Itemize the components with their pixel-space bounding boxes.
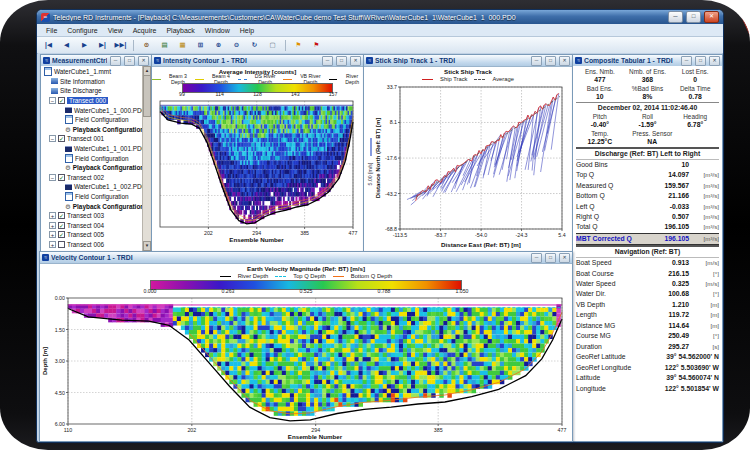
step-forward-button[interactable]: ▶| bbox=[94, 38, 111, 53]
ship-legend-items: Ship TrackAverage bbox=[364, 75, 572, 83]
tree-child-label[interactable]: Playback Configuration bbox=[73, 164, 143, 171]
title-bar[interactable]: ≈ Teledyne RD Instruments - [Playback] C… bbox=[37, 10, 723, 24]
panel-minimize-button[interactable]: ─ bbox=[531, 56, 542, 66]
tree-child-label[interactable]: Playback Configuration bbox=[73, 203, 143, 210]
tree-row[interactable]: Field Configuration bbox=[43, 115, 143, 125]
tree-row[interactable]: −✓Transect 002 bbox=[43, 173, 143, 183]
tile-windows-button[interactable]: ⊞ bbox=[192, 38, 209, 53]
tree-row[interactable]: −✓Transect 001 bbox=[43, 134, 143, 144]
scroll-down-icon[interactable]: ▼ bbox=[143, 241, 151, 251]
zoom-out-button[interactable]: ⊖ bbox=[228, 38, 245, 53]
panel-close-button[interactable]: ✕ bbox=[350, 56, 361, 66]
panel-minimize-button[interactable]: ─ bbox=[681, 56, 692, 66]
flag-red-button[interactable]: ⚑ bbox=[308, 38, 325, 53]
velocity-panel-titlebar[interactable]: ≈ Velocity Contour 1 - TRDI ─ □ ✕ bbox=[40, 252, 572, 264]
zoom-tool-button[interactable]: ⊙ bbox=[138, 38, 155, 53]
panel-close-button[interactable]: ✕ bbox=[559, 56, 570, 66]
menu-configure[interactable]: Configure bbox=[62, 27, 102, 34]
flag-orange-button[interactable]: ⚑ bbox=[290, 38, 307, 53]
menu-playback[interactable]: Playback bbox=[161, 27, 199, 34]
tree-row[interactable]: +✓Transect 004 bbox=[43, 221, 143, 231]
expand-icon[interactable]: + bbox=[49, 222, 56, 229]
tree-row[interactable]: WaterCube1_1.mmt bbox=[43, 67, 143, 77]
transect-label[interactable]: Transect 005 bbox=[67, 231, 104, 238]
panel-close-button[interactable]: ✕ bbox=[559, 253, 570, 263]
panel-maximize-button[interactable]: □ bbox=[695, 56, 706, 66]
tree-scrollbar[interactable]: ▲ ▼ bbox=[142, 66, 151, 251]
tree-row[interactable]: Field Configuration bbox=[43, 153, 143, 163]
transect-label[interactable]: Transect 003 bbox=[67, 212, 104, 219]
transect-checkbox[interactable]: ✓ bbox=[58, 135, 65, 142]
tree-item-label[interactable]: Site Discharge bbox=[60, 87, 102, 94]
tree-item-label[interactable]: Site Information bbox=[60, 78, 105, 85]
close-button[interactable]: ✕ bbox=[704, 11, 719, 23]
tree-row[interactable]: ⚙Playback Configuration bbox=[43, 163, 143, 173]
intensity-legend-items: Beam 3 DepthBeam 4 DepthDS River DepthVB… bbox=[152, 75, 363, 83]
tree-row[interactable]: +✓Transect 005 bbox=[43, 230, 143, 240]
page-button[interactable]: ▢ bbox=[264, 38, 281, 53]
ship-panel-titlebar[interactable]: ≈ Stick Ship Track 1 - TRDI ─ □ ✕ bbox=[364, 55, 572, 67]
panel-maximize-button[interactable]: □ bbox=[336, 56, 347, 66]
menu-help[interactable]: Help bbox=[235, 27, 259, 34]
tree-child-label[interactable]: WaterCube1_1_002.PD0 bbox=[74, 183, 143, 190]
tree-row[interactable]: ⚙Playback Configuration bbox=[43, 201, 143, 211]
panel-minimize-button[interactable]: ─ bbox=[531, 253, 542, 263]
transect-label[interactable]: Transect 002 bbox=[67, 174, 104, 181]
transect-label[interactable]: Transect 000 bbox=[67, 97, 108, 104]
transect-checkbox[interactable]: ✓ bbox=[58, 222, 65, 229]
menu-window[interactable]: Window bbox=[200, 27, 235, 34]
tree-child-label[interactable]: Field Configuration bbox=[75, 193, 129, 200]
tree-child-label[interactable]: WaterCube1_1_000.PD0 bbox=[74, 107, 143, 114]
tree-child-label[interactable]: WaterCube1_1_001.PD0 bbox=[74, 145, 143, 152]
panel-close-button[interactable]: ✕ bbox=[138, 56, 149, 66]
tree-row[interactable]: ⚙Playback Configuration bbox=[43, 125, 143, 135]
maximize-button[interactable]: □ bbox=[686, 11, 701, 23]
menu-acquire[interactable]: Acquire bbox=[128, 27, 162, 34]
tree-row[interactable]: Field Configuration bbox=[43, 192, 143, 202]
expand-icon[interactable]: + bbox=[49, 212, 56, 219]
expand-icon[interactable]: + bbox=[49, 231, 56, 238]
chart-button[interactable]: ▤ bbox=[156, 38, 173, 53]
collapse-icon[interactable]: − bbox=[49, 97, 56, 104]
minimize-button[interactable]: ─ bbox=[668, 11, 683, 23]
tree-row[interactable]: +Transect 006 bbox=[43, 240, 143, 250]
play-button[interactable]: ▶ bbox=[76, 38, 93, 53]
tree-row[interactable]: WaterCube1_1_001.PD0 bbox=[43, 144, 143, 154]
panel-maximize-button[interactable]: □ bbox=[545, 56, 556, 66]
transect-checkbox[interactable]: ✓ bbox=[58, 231, 65, 238]
menu-view[interactable]: View bbox=[103, 27, 128, 34]
go-start-button[interactable]: |◀ bbox=[40, 38, 57, 53]
tree-child-label[interactable]: Field Configuration bbox=[75, 155, 129, 162]
panel-minimize-button[interactable]: ─ bbox=[322, 56, 333, 66]
transect-checkbox[interactable]: ✓ bbox=[58, 212, 65, 219]
tree-row[interactable]: WaterCube1_1_000.PD0 bbox=[43, 105, 143, 115]
transect-label[interactable]: Transect 001 bbox=[67, 135, 104, 142]
panel-maximize-button[interactable]: □ bbox=[124, 56, 135, 66]
tree-row[interactable]: −✓Transect 000 bbox=[43, 96, 143, 106]
table-button[interactable]: ▦ bbox=[174, 38, 191, 53]
transect-checkbox[interactable]: ✓ bbox=[58, 174, 65, 181]
expand-icon[interactable]: + bbox=[49, 241, 56, 248]
panel-minimize-button[interactable]: ─ bbox=[110, 56, 121, 66]
collapse-icon[interactable]: − bbox=[49, 135, 56, 142]
transect-checkbox[interactable] bbox=[58, 241, 65, 248]
tree-child-label[interactable]: Playback Configuration bbox=[73, 126, 143, 133]
go-end-button[interactable]: ▶▶| bbox=[112, 38, 129, 53]
tree-row[interactable]: +✓Transect 003 bbox=[43, 211, 143, 221]
transect-label[interactable]: Transect 004 bbox=[67, 222, 104, 229]
intensity-panel-titlebar[interactable]: ≈ Intensity Contour 1 - TRDI ─ □ ✕ bbox=[152, 55, 363, 67]
collapse-icon[interactable]: − bbox=[49, 174, 56, 181]
scroll-thumb[interactable] bbox=[143, 75, 151, 117]
step-back-button[interactable]: ◀ bbox=[58, 38, 75, 53]
panel-maximize-button[interactable]: □ bbox=[545, 253, 556, 263]
menu-file[interactable]: File bbox=[41, 27, 62, 34]
zoom-in-button[interactable]: ⊕ bbox=[210, 38, 227, 53]
tree-child-label[interactable]: Field Configuration bbox=[75, 116, 129, 123]
panel-close-button[interactable]: ✕ bbox=[709, 56, 720, 66]
tree-row[interactable]: WaterCube1_1_002.PD0 bbox=[43, 182, 143, 192]
refresh-button[interactable]: ↻ bbox=[246, 38, 263, 53]
tree-row[interactable]: Site Information bbox=[43, 77, 143, 87]
transect-checkbox[interactable]: ✓ bbox=[58, 97, 65, 104]
tree-row[interactable]: Site Discharge bbox=[43, 86, 143, 96]
transect-label[interactable]: Transect 006 bbox=[67, 241, 104, 248]
